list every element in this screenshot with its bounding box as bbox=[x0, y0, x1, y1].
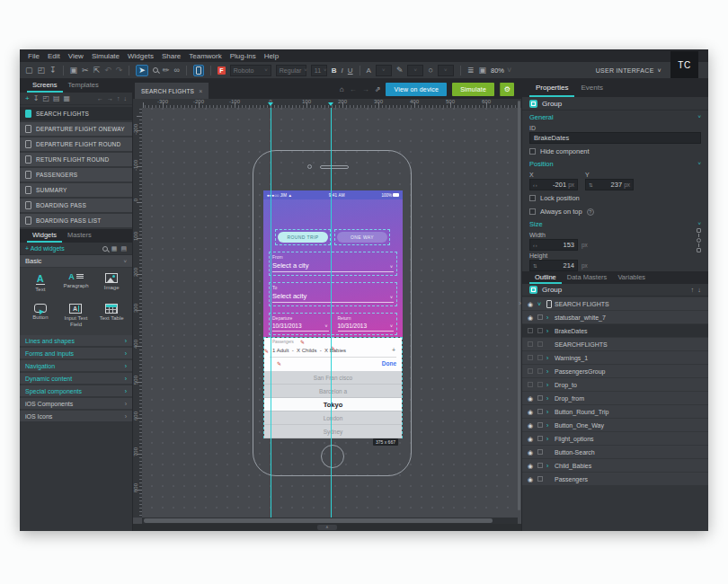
font-family-select[interactable]: Roboto˅ bbox=[230, 65, 271, 76]
section-size[interactable]: Size˅ bbox=[522, 217, 708, 230]
move-up-icon[interactable]: ↑ bbox=[691, 286, 695, 294]
round-trip-button[interactable]: ROUND TRIP bbox=[275, 229, 331, 245]
eye-icon[interactable]: ◉ bbox=[528, 314, 533, 321]
screen-item-summary[interactable]: SUMMARY bbox=[20, 183, 132, 197]
font-size-select[interactable]: 11˅ bbox=[311, 65, 327, 76]
guide-marker[interactable] bbox=[328, 102, 333, 106]
cut-icon[interactable]: ✂ bbox=[82, 66, 89, 75]
hidden-eye-icon[interactable] bbox=[528, 382, 533, 387]
checkbox-icon[interactable] bbox=[537, 382, 543, 387]
tree-row[interactable]: ◉ › Drop_from bbox=[522, 392, 708, 404]
link-tool-icon[interactable]: ∞ bbox=[173, 66, 179, 75]
tab-masters[interactable]: Masters bbox=[62, 229, 97, 243]
checkbox-icon[interactable] bbox=[537, 409, 543, 414]
list-view-icon[interactable]: ▤ bbox=[53, 94, 60, 102]
lock-position-checkbox[interactable]: Lock position bbox=[522, 190, 708, 204]
tab-variables[interactable]: Variables bbox=[612, 271, 651, 284]
picker-option[interactable]: San Fran cisco bbox=[264, 371, 402, 385]
chevron-right-icon[interactable]: › bbox=[546, 314, 548, 321]
tab-screens[interactable]: Screens bbox=[27, 79, 63, 93]
widget-text[interactable]: AText bbox=[23, 271, 58, 300]
category-ios-icons[interactable]: iOS Icons› bbox=[20, 411, 132, 421]
workspace-select[interactable]: USER INTERFACE˅ bbox=[596, 67, 661, 74]
import-screen-icon[interactable]: ↧ bbox=[33, 94, 40, 102]
checkbox-icon[interactable] bbox=[537, 328, 543, 333]
tree-row-selected[interactable]: › BrakeDates bbox=[522, 324, 708, 337]
widget-input-text-field[interactable]: AInput Text Field bbox=[59, 302, 93, 331]
widget-image[interactable]: Image bbox=[94, 271, 129, 300]
eye-icon[interactable]: ◉ bbox=[528, 463, 533, 469]
screen-item-boarding-pass-list[interactable]: BOARDING PASS LIST bbox=[20, 214, 132, 227]
hidden-eye-icon[interactable] bbox=[528, 341, 533, 347]
chevron-right-icon[interactable]: › bbox=[546, 463, 548, 469]
section-general[interactable]: General˅ bbox=[522, 111, 708, 123]
category-lines-and-shapes[interactable]: Lines and shapes› bbox=[20, 335, 132, 346]
to-select[interactable]: To Select acity˅ bbox=[269, 282, 397, 306]
tree-row[interactable]: ◉ › Button_Round_Trip bbox=[522, 405, 708, 418]
vertical-guide[interactable] bbox=[331, 108, 332, 518]
width-field[interactable]: ‹›153 bbox=[529, 239, 578, 251]
save-icon[interactable]: ↧ bbox=[49, 66, 57, 75]
tab-outline[interactable]: Outline bbox=[529, 271, 562, 284]
fill-color-icon[interactable]: ○ bbox=[428, 66, 432, 75]
tree-row[interactable]: ◉ › Child_Babies bbox=[522, 459, 708, 472]
menu-edit[interactable]: Edit bbox=[48, 52, 60, 60]
zoom-tool-icon[interactable] bbox=[153, 67, 158, 73]
checkbox-icon[interactable] bbox=[537, 449, 543, 455]
departure-select[interactable]: Departure 10/31/2013˅ bbox=[272, 315, 329, 332]
checkbox-icon[interactable] bbox=[529, 148, 536, 155]
search-widgets-icon[interactable] bbox=[102, 246, 108, 252]
canvas-tab-search-flights[interactable]: SEARCH FLIGHTS × bbox=[135, 83, 209, 99]
status-bar[interactable]: ●●●○○ JIM ▲ 9:41 AM 100% bbox=[263, 190, 403, 199]
eye-icon[interactable]: ◉ bbox=[528, 476, 533, 482]
redo-icon[interactable]: ↷ bbox=[116, 66, 123, 75]
widget-button[interactable]: Button bbox=[23, 302, 58, 331]
tree-row[interactable]: ◉ › statusbar_white_7 bbox=[522, 311, 708, 323]
tree-row[interactable]: SEARCHFLIGHTS bbox=[522, 338, 708, 350]
chevron-down-icon[interactable]: ˅ bbox=[537, 301, 541, 307]
checkbox-icon[interactable] bbox=[537, 341, 543, 347]
horizontal-scrollbar[interactable] bbox=[142, 518, 518, 524]
underline-button[interactable]: U bbox=[348, 66, 353, 75]
panel-collapse-handle[interactable]: › bbox=[519, 299, 521, 307]
view-on-device-button[interactable]: View on device bbox=[386, 83, 447, 96]
simulate-button[interactable]: Simulate bbox=[452, 83, 494, 96]
section-position[interactable]: Position˅ bbox=[522, 157, 708, 170]
chevron-right-icon[interactable]: › bbox=[546, 436, 548, 442]
add-screen-button[interactable]: + bbox=[25, 94, 30, 102]
passengers-stepper[interactable]: Passengers 1 Adult - X Childs - X Babies… bbox=[264, 338, 402, 371]
eye-icon[interactable]: ◉ bbox=[528, 301, 533, 307]
stamp-tool-icon[interactable]: ✏ bbox=[163, 66, 170, 75]
device-icon[interactable] bbox=[193, 65, 204, 76]
tree-row[interactable]: › PassengersGroup bbox=[522, 365, 708, 377]
menu-simulate[interactable]: Simulate bbox=[92, 52, 120, 60]
tree-row[interactable]: › Warnings_1 bbox=[522, 351, 708, 364]
menu-view[interactable]: View bbox=[68, 52, 84, 60]
menu-plugins[interactable]: Plug-ins bbox=[230, 52, 256, 60]
eye-icon[interactable]: ◉ bbox=[528, 409, 533, 415]
checkbox-icon[interactable] bbox=[537, 395, 543, 401]
category-navigation[interactable]: Navigation› bbox=[20, 360, 132, 371]
x-field[interactable]: ‹›-201px bbox=[529, 179, 578, 190]
eye-icon[interactable]: ◉ bbox=[528, 422, 533, 429]
tab-templates[interactable]: Templates bbox=[63, 79, 104, 93]
menu-share[interactable]: Share bbox=[162, 52, 181, 60]
move-left-icon[interactable]: ← bbox=[97, 95, 103, 102]
eye-icon[interactable]: ◉ bbox=[528, 449, 533, 456]
italic-button[interactable]: I bbox=[342, 66, 343, 75]
border-color-icon[interactable]: ✎ bbox=[396, 66, 404, 75]
constrain-proportions-icon[interactable] bbox=[697, 228, 701, 252]
canvas-viewport[interactable]: ●●●○○ JIM ▲ 9:41 AM 100% ROUND TRIP ONE … bbox=[142, 108, 521, 518]
category-special-components[interactable]: Special components› bbox=[20, 385, 132, 396]
tree-row[interactable]: ◉ › Button_One_Way bbox=[522, 419, 708, 431]
chevron-right-icon[interactable]: › bbox=[546, 355, 548, 361]
chevron-right-icon[interactable]: › bbox=[546, 395, 548, 402]
chevron-right-icon[interactable]: › bbox=[546, 422, 548, 429]
one-way-button[interactable]: ONE WAY bbox=[334, 229, 390, 245]
open-project-icon[interactable]: ◰ bbox=[38, 66, 46, 75]
return-select[interactable]: Return 10/31/2013˅ bbox=[338, 315, 395, 332]
tree-row[interactable]: › Drop_to bbox=[522, 378, 708, 391]
font-color-button[interactable]: A bbox=[367, 66, 371, 75]
height-field[interactable]: ⇅214 bbox=[529, 260, 578, 271]
close-icon[interactable]: × bbox=[199, 88, 202, 94]
